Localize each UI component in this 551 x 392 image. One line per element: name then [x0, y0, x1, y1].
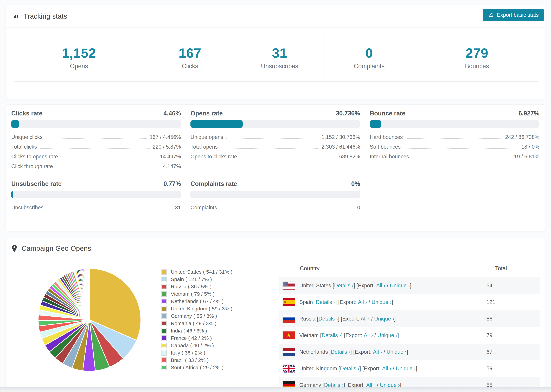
legend-label: Russia ( 86 / 5% ) — [171, 284, 212, 290]
legend-label: Canada ( 40 / 2% ) — [171, 343, 214, 348]
country-name: Netherlands — [299, 349, 328, 355]
rate-row-value: 1,152 / 30.736% — [322, 134, 360, 140]
dotted-leader — [56, 168, 160, 168]
bar-chart-icon — [12, 13, 19, 20]
rate-head: Opens rate30.736% — [191, 109, 360, 118]
details-link[interactable]: Details › — [331, 349, 350, 355]
rate-value: 4.46% — [163, 110, 181, 117]
total-value: 59 — [487, 360, 540, 377]
rate-row-value: 14.497% — [160, 154, 181, 160]
rate-row-label: Soft bounces — [370, 144, 401, 150]
rates-grid: Clicks rate4.46%Unique clicks167 / 4.456… — [6, 105, 545, 217]
map-pin-icon — [12, 245, 17, 252]
rate-row-label: Opens to clicks rate — [191, 154, 237, 160]
rate-rows: Hard bounces242 / 86.738%Soft bounces18 … — [370, 132, 539, 161]
export-all-link[interactable]: All › — [376, 283, 385, 289]
export-all-link[interactable]: All › — [373, 349, 382, 355]
rate-title: Bounce rate — [370, 110, 405, 117]
flag-gb-icon — [283, 365, 295, 372]
rate-head: Clicks rate4.46% — [11, 109, 181, 118]
legend-item-russia: Russia ( 86 / 5% ) — [161, 283, 232, 290]
geo-row-vietnam: Vietnam [Details ›] [Export: All › / Uni… — [279, 327, 540, 343]
legend-label: United States ( 541 / 31% ) — [171, 269, 232, 275]
rate-row-value: 242 / 86.738% — [505, 134, 539, 140]
stat-label: Complaints — [354, 63, 385, 69]
total-value: 55 — [487, 377, 540, 387]
dotted-leader — [406, 138, 502, 139]
country-cell-wrap: Vietnam [Details ›] [Export: All › / Uni… — [279, 327, 487, 343]
export-unique-link[interactable]: Unique › — [374, 316, 394, 322]
tracking-stats-card: Tracking stats Export basic stats 1,152O… — [6, 5, 545, 99]
stat-cell-complaints: 0Complaints — [324, 34, 414, 81]
flag-de-icon — [283, 381, 295, 387]
details-link[interactable]: Details › — [316, 299, 335, 305]
export-all-link[interactable]: All › — [382, 365, 391, 372]
legend-swatch — [161, 357, 167, 363]
progress-bar — [11, 120, 181, 128]
total-value: 86 — [487, 310, 540, 327]
legend-swatch — [161, 269, 167, 275]
legend-swatch — [161, 321, 167, 326]
export-all-link[interactable]: All › — [366, 382, 375, 387]
country-cell-wrap: Netherlands [Details ›] [Export: All › /… — [279, 343, 487, 360]
details-link[interactable]: Details › — [318, 316, 338, 322]
rate-row-label: Click through rate — [11, 163, 53, 169]
export-unique-link[interactable]: Unique › — [387, 349, 407, 355]
export-all-link[interactable]: All › — [360, 316, 370, 322]
export-unique-link[interactable]: Unique › — [396, 365, 416, 372]
legend-swatch — [161, 284, 167, 289]
legend-item-germany: Germany ( 55 / 3% ) — [161, 312, 232, 320]
country-name: Russia — [299, 316, 316, 322]
dotted-leader — [404, 148, 518, 149]
geo-pie-chart[interactable] — [34, 264, 145, 376]
legend-label: Romania ( 49 / 3% ) — [171, 321, 216, 326]
rate-row-value: 689.82% — [339, 154, 360, 160]
pie-svg — [34, 264, 145, 376]
legend-item-south-africa: South Africa ( 29 / 2% ) — [161, 364, 232, 371]
rate-row-clicks-to-opens-rate: Clicks to opens rate14.497% — [11, 152, 181, 161]
country-cell: United States [Details ›] [Export: All ›… — [279, 277, 487, 294]
stat-cell-opens: 1,152Opens — [13, 34, 145, 81]
legend-label: Germany ( 55 / 3% ) — [171, 313, 217, 319]
rate-panel-complaints-rate: Complaints rate0%Complaints0 — [191, 179, 360, 212]
geo-row-germany: Germany [Details ›] [Export: All › / Uni… — [279, 377, 540, 387]
details-link[interactable]: Details › — [322, 332, 341, 338]
rate-row-label: Unsubscribes — [11, 204, 43, 211]
country-cell: Germany [Details ›] [Export: All › / Uni… — [279, 377, 487, 387]
progress-bar — [191, 191, 360, 198]
export-all-link[interactable]: All › — [364, 332, 373, 338]
rate-row-value: 220 / 5.87% — [153, 144, 181, 150]
export-all-link[interactable]: All › — [358, 299, 367, 305]
dotted-leader — [61, 158, 157, 158]
legend-swatch — [161, 299, 167, 304]
export-unique-link[interactable]: Unique › — [380, 382, 400, 387]
legend-item-spain: Spain ( 121 / 7% ) — [161, 275, 232, 283]
rate-head: Bounce rate6.927% — [370, 109, 539, 118]
rates-card: Clicks rate4.46%Unique clicks167 / 4.456… — [6, 104, 545, 231]
rate-row-opens-to-clicks-rate: Opens to clicks rate689.82% — [191, 152, 360, 161]
legend-label: Spain ( 121 / 7% ) — [171, 276, 212, 282]
legend-item-canada: Canada ( 40 / 2% ) — [161, 342, 232, 349]
rate-panel-unsubscribe-rate: Unsubscribe rate0.77%Unsubscribes31 — [11, 179, 181, 212]
rate-value: 0% — [351, 180, 360, 188]
details-link[interactable]: Details › — [334, 283, 353, 289]
export-basic-stats-button[interactable]: Export basic stats — [483, 9, 544, 21]
country-cell-wrap: Russia [Details ›] [Export: All › / Uniq… — [279, 310, 487, 327]
rate-row-unique-clicks: Unique clicks167 / 4.456% — [11, 132, 181, 142]
export-unique-link[interactable]: Unique › — [377, 332, 397, 338]
details-link[interactable]: Details › — [340, 365, 360, 372]
country-name: Germany — [299, 382, 321, 387]
total-column-header: Total — [487, 259, 540, 277]
details-link[interactable]: Details › — [324, 382, 344, 387]
rate-row-internal-bounces: Internal bounces19 / 6.81% — [370, 152, 539, 161]
tracking-stats-header: Tracking stats Export basic stats — [6, 5, 545, 28]
rate-row-value: 19 / 6.81% — [514, 154, 539, 160]
geo-table-header-row: Country Total — [279, 259, 540, 277]
export-unique-link[interactable]: Unique › — [390, 283, 410, 289]
export-unique-link[interactable]: Unique › — [372, 299, 391, 305]
dashboard-page: Tracking stats Export basic stats 1,152O… — [0, 0, 551, 392]
geo-row-united-kingdom: United Kingdom [Details ›] [Export: All … — [279, 360, 540, 377]
country-cell-wrap: United Kingdom [Details ›] [Export: All … — [279, 360, 487, 377]
stat-label: Unsubscribes — [261, 63, 298, 69]
stats-band: 1,152Opens167Clicks31Unsubscribes0Compla… — [13, 34, 540, 82]
